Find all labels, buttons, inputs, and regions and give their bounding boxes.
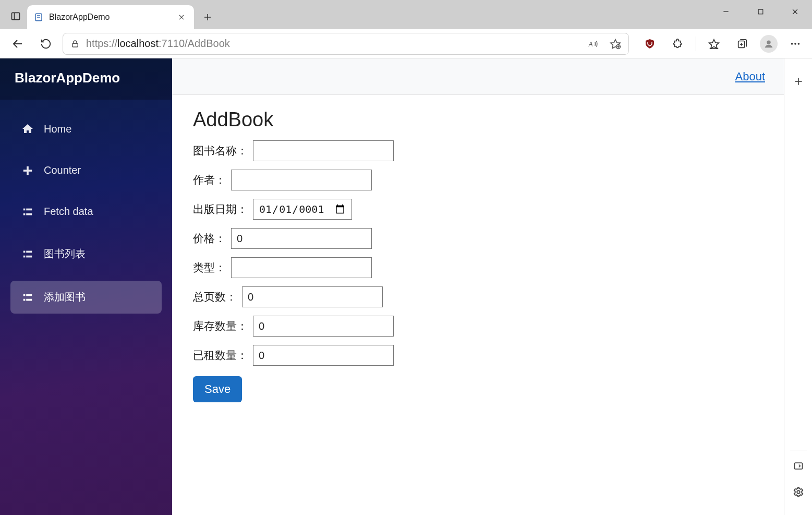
url-text: https://localhost:7110/AddBook <box>86 38 581 50</box>
window-titlebar: BlazorAppDemo <box>0 0 812 29</box>
input-name[interactable] <box>253 140 394 161</box>
svg-rect-38 <box>26 255 32 257</box>
svg-rect-33 <box>23 213 26 215</box>
svg-rect-40 <box>26 294 32 296</box>
label-name: 图书名称： <box>193 143 248 158</box>
label-author: 作者： <box>193 173 226 187</box>
browser-tab[interactable]: BlazorAppDemo <box>27 5 194 29</box>
favorites-bar-icon[interactable] <box>704 32 724 55</box>
browser-toolbar: https://localhost:7110/AddBook A <box>0 29 812 58</box>
input-pages[interactable] <box>242 286 383 307</box>
url-path: /AddBook <box>185 38 230 49</box>
label-price: 价格： <box>193 231 226 246</box>
list-icon <box>21 292 34 303</box>
favorite-icon[interactable] <box>610 38 621 50</box>
nav-label: Home <box>44 123 71 135</box>
svg-rect-42 <box>26 298 32 301</box>
nav-item-addbook[interactable]: 添加图书 <box>10 281 162 314</box>
input-price[interactable] <box>231 228 372 249</box>
svg-marker-20 <box>709 39 719 48</box>
svg-rect-0 <box>12 13 20 19</box>
list-icon <box>21 206 34 218</box>
web-content: BlazorAppDemo Home Counter <box>0 58 784 515</box>
svg-point-28 <box>798 43 800 45</box>
addbook-form: 图书名称： 作者： 出版日期： 价格： <box>193 140 763 402</box>
collections-icon[interactable] <box>732 32 753 55</box>
svg-rect-37 <box>23 255 26 257</box>
tab-actions-button[interactable] <box>4 6 27 27</box>
toolbar-right <box>634 32 806 55</box>
window-controls <box>709 0 812 29</box>
sidebar-collapse-button[interactable] <box>788 456 809 476</box>
nav-label: 图书列表 <box>44 247 86 261</box>
page-title: AddBook <box>193 109 763 131</box>
label-stock: 库存数量： <box>193 319 248 333</box>
page-area: BlazorAppDemo Home Counter <box>0 58 812 515</box>
address-bar[interactable]: https://localhost:7110/AddBook A <box>63 33 629 55</box>
app-brand: BlazorAppDemo <box>0 58 172 100</box>
about-link[interactable]: About <box>735 70 766 83</box>
read-aloud-icon[interactable]: A <box>588 38 599 50</box>
svg-rect-31 <box>23 208 26 210</box>
svg-point-46 <box>797 490 800 494</box>
nav-label: Counter <box>44 164 81 176</box>
input-author[interactable] <box>231 170 372 190</box>
svg-point-26 <box>791 43 793 45</box>
svg-rect-36 <box>26 250 32 253</box>
svg-rect-45 <box>794 463 802 469</box>
toolbar-divider <box>696 37 696 51</box>
tab-title: BlazorAppDemo <box>49 13 170 22</box>
svg-rect-10 <box>758 9 763 14</box>
sidebar-add-button[interactable] <box>788 71 809 92</box>
svg-rect-39 <box>23 294 26 296</box>
svg-point-27 <box>794 43 796 45</box>
input-type[interactable] <box>231 257 372 278</box>
back-button[interactable] <box>6 32 29 55</box>
body-content: AddBook 图书名称： 作者： 出版日期： 价格 <box>172 95 784 515</box>
input-stock[interactable] <box>253 316 394 337</box>
maximize-button[interactable] <box>743 0 778 23</box>
app-sidebar: BlazorAppDemo Home Counter <box>0 58 172 515</box>
label-type: 类型： <box>193 260 226 275</box>
nav-menu: Home Counter Fetch data <box>0 105 172 322</box>
tab-close-button[interactable] <box>175 11 188 23</box>
nav-item-booklist[interactable]: 图书列表 <box>10 237 162 270</box>
home-icon <box>21 123 34 135</box>
svg-rect-34 <box>26 213 32 215</box>
nav-item-counter[interactable]: Counter <box>10 155 162 186</box>
sidebar-settings-button[interactable] <box>788 482 809 502</box>
ublock-icon[interactable] <box>639 32 660 55</box>
label-rented: 已租数量： <box>193 348 248 363</box>
nav-label: Fetch data <box>44 206 93 218</box>
favicon-icon <box>33 12 44 22</box>
minimize-button[interactable] <box>709 0 743 23</box>
url-port: :7110 <box>159 38 185 49</box>
input-rented[interactable] <box>253 345 394 366</box>
list-icon <box>21 248 34 260</box>
save-button[interactable]: Save <box>193 376 242 402</box>
main-panel: About AddBook 图书名称： 作者： 出版日期： <box>172 58 784 515</box>
lock-icon <box>70 39 80 49</box>
close-window-button[interactable] <box>778 0 812 23</box>
svg-rect-35 <box>23 250 26 253</box>
svg-point-25 <box>767 40 770 44</box>
nav-item-home[interactable]: Home <box>10 113 162 145</box>
tab-strip: BlazorAppDemo <box>4 0 218 29</box>
input-release[interactable] <box>253 199 352 220</box>
refresh-button[interactable] <box>34 32 57 55</box>
edge-sidebar <box>784 58 812 515</box>
svg-rect-32 <box>26 208 32 210</box>
url-host: localhost <box>117 38 159 49</box>
url-scheme: https:// <box>86 38 117 49</box>
svg-text:A: A <box>588 40 593 47</box>
extensions-icon[interactable] <box>668 32 688 55</box>
svg-rect-14 <box>72 43 78 47</box>
svg-rect-41 <box>23 298 26 301</box>
label-release: 出版日期： <box>193 202 248 217</box>
profile-avatar[interactable] <box>760 35 778 53</box>
new-tab-button[interactable] <box>197 7 218 28</box>
svg-rect-30 <box>23 170 32 172</box>
sidebar-divider <box>790 450 807 450</box>
more-menu-button[interactable] <box>785 32 806 55</box>
nav-item-fetchdata[interactable]: Fetch data <box>10 196 162 227</box>
